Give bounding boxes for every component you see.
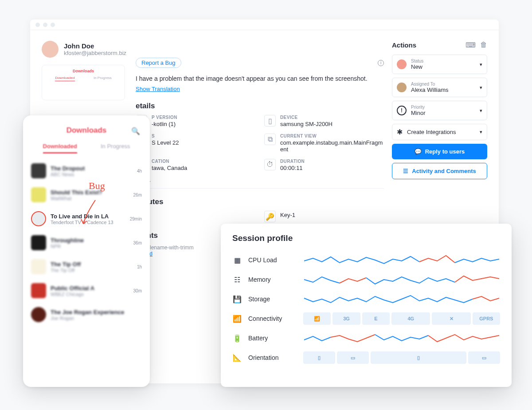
connectivity-chip: E xyxy=(362,312,390,325)
session-row-orientation: 📐 Orientation ▯ ▭ ▯ ▭ xyxy=(232,348,500,367)
priority-icon: ! xyxy=(397,106,407,115)
detail-app-version: ◧ P VERSION-kotlin (1) xyxy=(136,115,255,127)
connectivity-chip: 📶 xyxy=(303,312,331,325)
chevron-down-icon: ▾ xyxy=(480,85,482,91)
detail-os: ⚙ SS Level 22 xyxy=(136,134,255,153)
session-row-memory: ☷ Memory xyxy=(232,270,500,289)
list-item: Public Official AWBEZ Chicago30m xyxy=(31,283,142,298)
battery-icon: 🔋 xyxy=(232,334,242,343)
attributes-title: tributes xyxy=(136,197,384,206)
phone-title: Downloads xyxy=(31,126,142,135)
orientation-chip: ▯ xyxy=(371,351,466,364)
reply-button[interactable]: 💬 Reply to users xyxy=(392,144,487,159)
info-icon[interactable]: i xyxy=(378,60,384,66)
orientation-chip: ▭ xyxy=(337,351,369,364)
reporter-email: kfoster@jabberstorm.biz xyxy=(64,50,126,56)
traffic-dot xyxy=(35,23,40,27)
chat-icon: 💬 xyxy=(415,148,422,155)
orientation-chip: ▭ xyxy=(468,351,500,364)
view-icon: ⧉ xyxy=(264,134,276,145)
show-translation-link[interactable]: Show Translation xyxy=(136,86,180,92)
cpu-chart xyxy=(303,253,500,267)
phone-tab-inprogress: In Progress xyxy=(101,143,130,154)
session-row-battery: 🔋 Battery xyxy=(232,328,500,348)
list-item: The DropoutABC News4h xyxy=(31,163,142,178)
report-type-badge: Report a Bug xyxy=(136,58,181,68)
screenshot-thumbnail[interactable]: Downloads Downloaded In Progress xyxy=(42,65,125,100)
status-dot-icon xyxy=(397,59,407,69)
session-row-connectivity: 📶 Connectivity 📶 3G E 4G ✕ GPRS xyxy=(232,309,500,328)
assignee-avatar xyxy=(397,83,407,92)
screenshot-overlay: Downloads 🔍 Downloaded In Progress The D… xyxy=(23,115,150,387)
traffic-dot xyxy=(51,23,55,27)
attr-key-left: y-1 xyxy=(136,211,255,222)
trash-icon[interactable]: 🗑 xyxy=(480,41,487,49)
status-selector[interactable]: StatusNew ▾ xyxy=(392,55,487,74)
list-icon: ☰ xyxy=(403,168,408,174)
detail-location: ⌖ CATIONtawa, Canada xyxy=(136,159,255,171)
orientation-chip: ▯ xyxy=(303,351,335,364)
session-row-cpu: ▦ CPU Load xyxy=(232,250,500,270)
connectivity-chip: GPRS xyxy=(473,312,500,325)
connectivity-icon: 📶 xyxy=(232,315,242,323)
bug-highlight-circle xyxy=(31,211,46,226)
keyboard-icon[interactable]: ⌨ xyxy=(466,41,476,49)
key-icon: 🔑 xyxy=(264,211,276,222)
window-chrome xyxy=(30,20,499,30)
activity-button[interactable]: ☰ Activity and Comments xyxy=(392,163,487,179)
detail-current-view: ⧉ CURRENT VIEWcom.example.instabug.main.… xyxy=(264,134,384,153)
integrations-icon: ✱ xyxy=(397,128,403,136)
reporter-avatar xyxy=(42,41,59,58)
memory-icon: ☷ xyxy=(232,276,242,284)
search-icon: 🔍 xyxy=(131,127,140,135)
wifi-icon: 📶 xyxy=(314,316,320,322)
device-details-title: etails xyxy=(136,102,384,110)
cpu-icon: ▦ xyxy=(232,256,242,264)
reporter-block: John Doe kfoster@jabberstorm.biz xyxy=(42,41,384,58)
storage-icon: 💾 xyxy=(232,295,242,304)
session-profile-card: Session profile ▦ CPU Load ☷ Memory 💾 St… xyxy=(221,224,512,387)
phone-icon: ▯ xyxy=(264,115,276,126)
battery-chart xyxy=(303,331,500,345)
phone-tab-downloaded: Downloaded xyxy=(43,143,77,154)
bug-annotation-text: Bug xyxy=(89,180,105,192)
preview-title: Downloads xyxy=(46,69,121,73)
bug-annotation-arrow xyxy=(80,198,102,229)
attr-key-right: 🔑 Key-1 xyxy=(264,211,384,222)
chevron-down-icon: ▾ xyxy=(480,129,482,135)
priority-selector[interactable]: ! PriorityMinor ▾ xyxy=(392,101,487,120)
chevron-down-icon: ▾ xyxy=(480,108,482,114)
preview-tab-downloaded: Downloaded xyxy=(55,76,74,81)
list-item: The Tip OffThe Tip Off1h xyxy=(31,259,142,274)
connectivity-chip: 3G xyxy=(332,312,360,325)
orientation-icon: 📐 xyxy=(232,354,242,362)
integrations-selector[interactable]: ✱ Create Integrations ▾ xyxy=(392,124,487,140)
actions-title: Actions xyxy=(392,41,416,49)
detail-device: ▯ DEVICEsamsung SM-J200H xyxy=(264,115,384,127)
storage-chart xyxy=(303,292,500,306)
clock-icon: ⏱ xyxy=(264,159,276,170)
traffic-dot xyxy=(43,23,47,27)
bug-description: I have a problem that the image doesn't … xyxy=(136,75,384,82)
session-profile-title: Session profile xyxy=(232,233,500,243)
assignee-selector[interactable]: Assigned ToAlexa Williams ▾ xyxy=(392,78,487,97)
memory-chart xyxy=(303,272,500,287)
list-item: The Joe Rogan ExperienceJoe Rogan xyxy=(31,307,142,322)
connectivity-chip: 4G xyxy=(391,312,430,325)
list-item: ThroughlineNPR36m xyxy=(31,235,142,250)
reporter-name: John Doe xyxy=(64,42,126,50)
chevron-down-icon: ▾ xyxy=(480,62,482,67)
connectivity-chip: ✕ xyxy=(432,312,470,325)
session-row-storage: 💾 Storage xyxy=(232,289,500,309)
more-details-toggle[interactable]: ails ⌄ xyxy=(136,177,384,189)
preview-tab-inprogress: In Progress xyxy=(94,76,112,81)
detail-duration: ⏱ DURATION00:00:11 xyxy=(264,159,384,171)
